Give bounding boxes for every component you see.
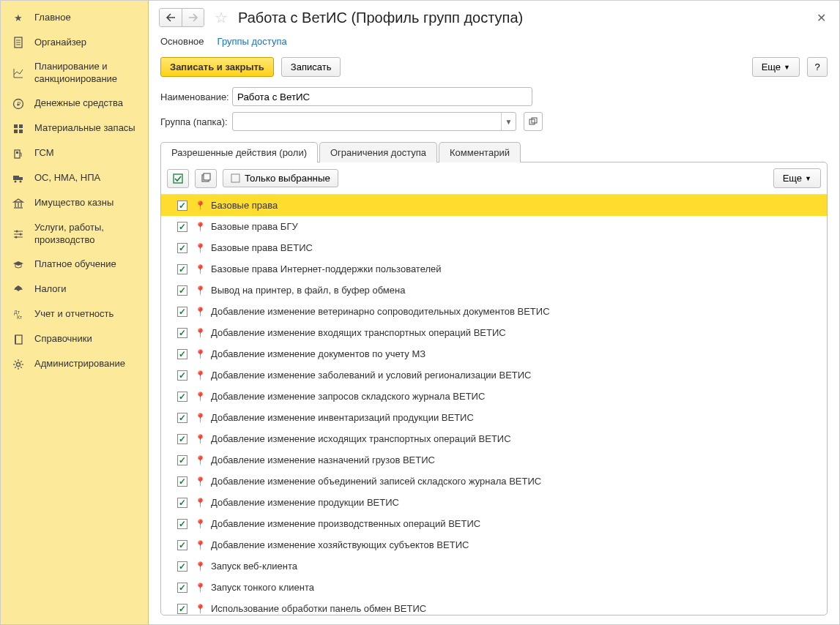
role-row[interactable]: ✓📍Добавление изменение производственных … — [161, 513, 827, 534]
checkbox[interactable]: ✓ — [177, 498, 187, 508]
only-selected-label: Только выбранные — [245, 173, 330, 184]
role-row[interactable]: ✓📍Добавление изменение инвентаризаций пр… — [161, 407, 827, 428]
panel-toolbar: Только выбранные Еще▼ — [161, 162, 827, 194]
role-row[interactable]: ✓📍Добавление изменение объединений запис… — [161, 471, 827, 492]
sidebar-item-money[interactable]: ₽ Денежные средства — [1, 91, 148, 116]
sidebar-item-label: Учет и отчетность — [34, 308, 114, 321]
sidebar-item-organizer[interactable]: Органайзер — [1, 30, 148, 55]
checkbox[interactable]: ✓ — [177, 264, 187, 274]
truck-icon — [11, 173, 26, 184]
sidebar-item-services[interactable]: Услуги, работы, производство — [1, 216, 148, 252]
sidebar-item-taxes[interactable]: Налоги — [1, 277, 148, 302]
checkbox[interactable]: ✓ — [177, 285, 187, 296]
back-button[interactable] — [160, 9, 182, 26]
subtab-main[interactable]: Основное — [160, 36, 204, 47]
pin-icon: 📍 — [195, 264, 204, 274]
sidebar-item-accounting[interactable]: ДтКт Учет и отчетность — [1, 302, 148, 327]
save-button[interactable]: Записать — [281, 57, 341, 77]
checkbox[interactable]: ✓ — [177, 540, 187, 550]
sidebar-item-assets[interactable]: ОС, НМА, НПА — [1, 166, 148, 191]
svg-point-17 — [20, 180, 22, 182]
group-select[interactable]: ▼ — [232, 112, 516, 131]
pin-icon: 📍 — [195, 285, 204, 296]
tab-roles[interactable]: Разрешенные действия (роли) — [160, 142, 318, 162]
subtab-groups[interactable]: Группы доступа — [218, 36, 287, 47]
save-close-button[interactable]: Записать и закрыть — [160, 57, 274, 77]
open-dialog-button[interactable] — [524, 112, 543, 131]
chevron-down-icon: ▼ — [805, 175, 811, 182]
more-button[interactable]: Еще▼ — [752, 57, 800, 77]
checkbox[interactable]: ✓ — [177, 222, 187, 232]
favorite-star-icon[interactable]: ☆ — [215, 9, 228, 26]
ruble-icon: ₽ — [11, 98, 26, 110]
role-row[interactable]: ✓📍Добавление изменение хозяйствующих суб… — [161, 534, 827, 555]
help-button[interactable]: ? — [807, 57, 828, 77]
checkbox[interactable]: ✓ — [177, 561, 187, 572]
svg-rect-32 — [15, 335, 22, 344]
eagle-icon — [11, 284, 26, 296]
pin-icon: 📍 — [195, 349, 204, 359]
toolbar: Записать и закрыть Записать Еще▼ ? — [149, 54, 839, 84]
role-row[interactable]: ✓📍Базовые права — [161, 195, 827, 216]
role-label: Добавление изменение запросов складского… — [211, 391, 485, 402]
sidebar-item-treasury[interactable]: Имущество казны — [1, 191, 148, 216]
role-label: Добавление изменение хозяйствующих субъе… — [211, 539, 469, 550]
close-button[interactable]: ✕ — [814, 11, 829, 25]
role-row[interactable]: ✓📍Использование обработки панель обмен В… — [161, 598, 827, 615]
role-label: Добавление изменение входящих транспортн… — [211, 327, 506, 338]
role-row[interactable]: ✓📍Добавление изменение запросов складско… — [161, 386, 827, 407]
dropdown-icon[interactable]: ▼ — [501, 113, 516, 130]
role-row[interactable]: ✓📍Добавление изменение исходящих транспо… — [161, 428, 827, 449]
role-row[interactable]: ✓📍Добавление изменение назначений грузов… — [161, 449, 827, 471]
sidebar-item-education[interactable]: Платное обучение — [1, 252, 148, 277]
checkbox[interactable]: ✓ — [177, 434, 187, 444]
role-row[interactable]: ✓📍Добавление изменение входящих транспор… — [161, 322, 827, 343]
sidebar-item-materials[interactable]: Материальные запасы — [1, 116, 148, 141]
tab-panel: Только выбранные Еще▼ ✓📍Базовые права✓📍Б… — [160, 162, 828, 615]
checkbox[interactable]: ✓ — [177, 392, 187, 402]
checkbox[interactable]: ✓ — [177, 307, 187, 317]
role-row[interactable]: ✓📍Добавление изменение заболеваний и усл… — [161, 364, 827, 386]
pin-icon: 📍 — [195, 307, 204, 317]
checkbox[interactable]: ✓ — [177, 328, 187, 338]
sidebar-item-fuel[interactable]: ГСМ — [1, 141, 148, 166]
forward-button[interactable] — [182, 9, 204, 26]
sidebar-item-admin[interactable]: Администрирование — [1, 352, 148, 377]
only-selected-toggle[interactable]: Только выбранные — [223, 169, 338, 187]
role-label: Добавление изменение производственных оп… — [211, 518, 480, 529]
pin-icon: 📍 — [195, 540, 204, 550]
role-row[interactable]: ✓📍Добавление изменение ветеринарно сопро… — [161, 301, 827, 322]
sidebar-item-planning[interactable]: Планирование и санкционирование — [1, 55, 148, 91]
roles-list[interactable]: ✓📍Базовые права✓📍Базовые права БГУ✓📍Базо… — [161, 194, 827, 615]
checkbox[interactable]: ✓ — [177, 349, 187, 359]
role-row[interactable]: ✓📍Добавление изменение документов по уче… — [161, 343, 827, 364]
role-row[interactable]: ✓📍Базовые права ВЕТИС — [161, 237, 827, 258]
role-row[interactable]: ✓📍Запуск тонкого клиента — [161, 577, 827, 598]
role-row[interactable]: ✓📍Запуск веб-клиента — [161, 555, 827, 577]
checkbox[interactable]: ✓ — [177, 201, 187, 211]
name-input[interactable] — [232, 87, 532, 106]
checkbox[interactable]: ✓ — [177, 413, 187, 423]
checkbox[interactable]: ✓ — [177, 370, 187, 381]
checkbox[interactable]: ✓ — [177, 604, 187, 614]
role-row[interactable]: ✓📍Базовые права Интернет-поддержки польз… — [161, 258, 827, 280]
svg-point-28 — [15, 236, 18, 238]
chevron-down-icon: ▼ — [784, 64, 790, 71]
checkbox[interactable]: ✓ — [177, 583, 187, 593]
checkbox[interactable]: ✓ — [177, 519, 187, 529]
sidebar-item-main[interactable]: ★ Главное — [1, 5, 148, 30]
tab-comment[interactable]: Комментарий — [439, 142, 521, 162]
checkbox[interactable]: ✓ — [177, 243, 187, 253]
panel-more-button[interactable]: Еще▼ — [773, 168, 821, 188]
role-row[interactable]: ✓📍Добавление изменение продукции ВЕТИС — [161, 492, 827, 513]
checkbox[interactable]: ✓ — [177, 476, 187, 487]
role-row[interactable]: ✓📍Вывод на принтер, в файл, в буфер обме… — [161, 280, 827, 301]
sidebar-item-references[interactable]: Справочники — [1, 327, 148, 352]
checkbox[interactable]: ✓ — [177, 455, 187, 465]
tab-restrictions[interactable]: Ограничения доступа — [319, 142, 437, 162]
pin-icon: 📍 — [195, 455, 204, 465]
check-all-button[interactable] — [167, 169, 189, 188]
role-row[interactable]: ✓📍Базовые права БГУ — [161, 216, 827, 237]
svg-rect-8 — [14, 124, 18, 128]
uncheck-all-button[interactable] — [195, 169, 217, 188]
